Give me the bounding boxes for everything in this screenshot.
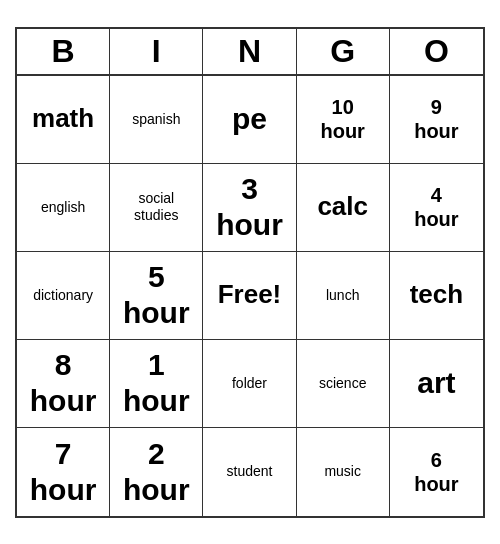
cell-text: 1 hour: [123, 347, 190, 419]
bingo-cell: tech: [390, 252, 483, 340]
cell-text: art: [417, 365, 455, 401]
bingo-cell: student: [203, 428, 296, 516]
cell-text: social studies: [134, 190, 178, 224]
cell-text: pe: [232, 101, 267, 137]
bingo-cell: 1 hour: [110, 340, 203, 428]
cell-text: 3 hour: [216, 171, 283, 243]
bingo-cell: 7 hour: [17, 428, 110, 516]
cell-text: 7 hour: [30, 436, 97, 508]
bingo-cell: science: [297, 340, 390, 428]
cell-text: tech: [410, 279, 463, 310]
bingo-cell: english: [17, 164, 110, 252]
bingo-cell: 10 hour: [297, 76, 390, 164]
bingo-cell: 4 hour: [390, 164, 483, 252]
bingo-cell: Free!: [203, 252, 296, 340]
cell-text: lunch: [326, 287, 359, 304]
bingo-cell: art: [390, 340, 483, 428]
cell-text: science: [319, 375, 366, 392]
cell-text: 4 hour: [414, 183, 458, 231]
bingo-cell: spanish: [110, 76, 203, 164]
cell-text: 2 hour: [123, 436, 190, 508]
bingo-header: BINGO: [17, 29, 483, 76]
bingo-cell: pe: [203, 76, 296, 164]
cell-text: 6 hour: [414, 448, 458, 496]
bingo-cell: lunch: [297, 252, 390, 340]
header-letter: G: [297, 29, 390, 74]
cell-text: calc: [317, 191, 368, 222]
bingo-cell: calc: [297, 164, 390, 252]
bingo-grid: mathspanishpe10 hour9 hourenglishsocial …: [17, 76, 483, 516]
bingo-cell: 2 hour: [110, 428, 203, 516]
bingo-cell: social studies: [110, 164, 203, 252]
cell-text: math: [32, 103, 94, 134]
bingo-cell: math: [17, 76, 110, 164]
bingo-cell: 8 hour: [17, 340, 110, 428]
cell-text: 5 hour: [123, 259, 190, 331]
header-letter: B: [17, 29, 110, 74]
bingo-cell: folder: [203, 340, 296, 428]
cell-text: music: [324, 463, 361, 480]
bingo-cell: dictionary: [17, 252, 110, 340]
header-letter: N: [203, 29, 296, 74]
cell-text: Free!: [218, 279, 282, 310]
bingo-cell: 3 hour: [203, 164, 296, 252]
cell-text: spanish: [132, 111, 180, 128]
bingo-cell: music: [297, 428, 390, 516]
cell-text: 9 hour: [414, 95, 458, 143]
bingo-card: BINGO mathspanishpe10 hour9 hourenglishs…: [15, 27, 485, 518]
header-letter: O: [390, 29, 483, 74]
bingo-cell: 5 hour: [110, 252, 203, 340]
cell-text: folder: [232, 375, 267, 392]
bingo-cell: 9 hour: [390, 76, 483, 164]
bingo-cell: 6 hour: [390, 428, 483, 516]
cell-text: student: [227, 463, 273, 480]
cell-text: 8 hour: [30, 347, 97, 419]
header-letter: I: [110, 29, 203, 74]
cell-text: 10 hour: [320, 95, 364, 143]
cell-text: english: [41, 199, 85, 216]
cell-text: dictionary: [33, 287, 93, 304]
